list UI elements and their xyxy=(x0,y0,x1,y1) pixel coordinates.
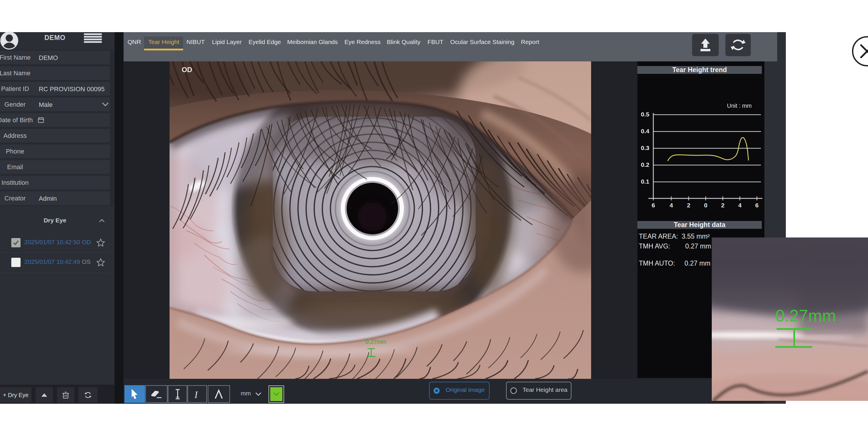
svg-text:0.27mm: 0.27mm xyxy=(365,339,386,345)
svg-text:OD: OD xyxy=(182,66,192,74)
svg-text:0.27mm: 0.27mm xyxy=(775,306,836,325)
